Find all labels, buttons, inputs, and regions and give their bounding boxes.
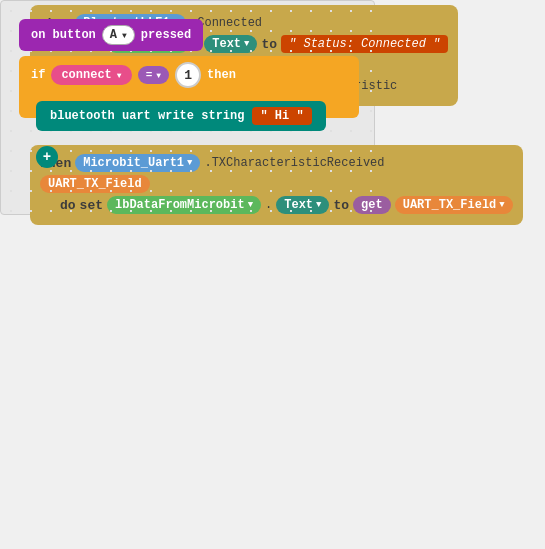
if-label: if — [31, 68, 45, 82]
on-button-block: on button A pressed — [19, 19, 203, 51]
hi-value: " Hi " — [252, 107, 311, 125]
button-name[interactable]: A — [102, 25, 135, 45]
plus-icon: + — [43, 149, 51, 165]
bluetooth-write-block: bluetooth uart write string " Hi " — [36, 101, 326, 131]
num-value[interactable]: 1 — [175, 62, 201, 88]
bluetooth-write-label: bluetooth uart write string — [50, 109, 244, 123]
plus-button[interactable]: + — [36, 146, 58, 168]
then-label: then — [207, 68, 236, 82]
if-row: if connect = 1 then — [31, 62, 347, 88]
connect-button[interactable]: connect — [51, 65, 131, 85]
uart-tx-value[interactable]: UART_TX_Field — [395, 196, 513, 214]
on-button-label: on button — [31, 28, 96, 42]
pressed-label: pressed — [141, 28, 191, 42]
blocks-canvas: on button A pressed if connect = 1 then … — [1, 1, 374, 214]
eq-button[interactable]: = — [138, 66, 169, 84]
mit-blocks-group: on button A pressed if connect = 1 then … — [0, 0, 375, 215]
